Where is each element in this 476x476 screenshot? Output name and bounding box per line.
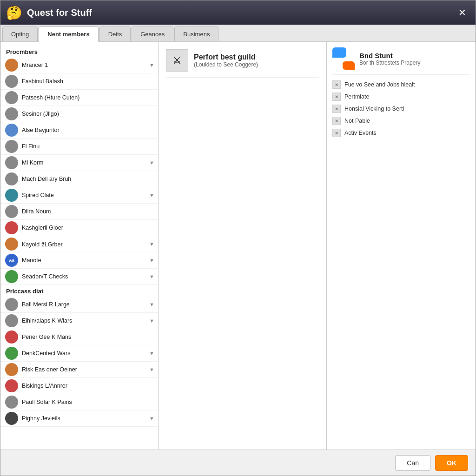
list-item[interactable]: Kashgierli Gloer [0, 220, 158, 236]
cancel-button[interactable]: Can [395, 455, 430, 471]
list-item[interactable]: Patsesh (Hture Cuten) [0, 90, 158, 106]
list-item[interactable]: Diira Noum [0, 204, 158, 220]
avatar [5, 396, 18, 409]
guild-icon: ⚔ [166, 49, 188, 72]
list-item[interactable]: Perier Gee K Mans [0, 329, 158, 345]
chevron-down-icon[interactable]: ▼ [149, 241, 154, 247]
chevron-down-icon[interactable]: ▼ [149, 350, 154, 356]
list-item[interactable]: Mach Dell ary Bruh [0, 171, 158, 187]
member-name: Risk Eas oner Oeiner [22, 366, 145, 373]
chevron-down-icon[interactable]: ▼ [149, 62, 154, 68]
list-item[interactable]: Fl Finu [0, 139, 158, 155]
permission-label: Not Pable [344, 118, 370, 124]
member-name: Fasbinul Balash [22, 78, 154, 85]
permission-item: ✕Not Pable [332, 115, 470, 127]
permissions-list: ✕Fue vo See and Jobs hlealt✕Pertmlate✕Ho… [332, 79, 470, 139]
ok-button[interactable]: OK [435, 455, 468, 471]
list-item[interactable]: Pighny Jevieils▼ [0, 410, 158, 427]
member-name: Spired Clate [22, 192, 145, 198]
permission-label: Fue vo See and Jobs hlealt [344, 81, 415, 88]
tab-deits[interactable]: Deits [99, 26, 131, 41]
avatar [5, 379, 18, 392]
x-icon[interactable]: ✕ [332, 93, 341, 101]
x-icon[interactable]: ✕ [332, 117, 341, 125]
tab-nent-members[interactable]: Nent members [39, 26, 98, 42]
chevron-down-icon[interactable]: ▼ [149, 274, 154, 279]
avatar [5, 140, 18, 153]
member-name: Manote [22, 257, 145, 264]
chevron-down-icon[interactable]: ▼ [149, 367, 154, 372]
tab-geances[interactable]: Geances [132, 26, 173, 41]
content-area: Procmbers Mrancer 1▼Fasbinul BalashPatse… [0, 42, 476, 450]
member-name: Ml Korm [22, 159, 145, 166]
titlebar-title: Quest for Stuff [27, 7, 450, 18]
list-item[interactable]: Biskings L/Annrer [0, 378, 158, 394]
right-panel: Bnd Stunt Bor th Sttrestets Prapery ✕Fue… [327, 42, 476, 450]
guild-subtitle: (Loulded to See Coggere) [194, 61, 258, 68]
permission-item: ✕Fue vo See and Jobs hlealt [332, 79, 470, 91]
x-icon[interactable]: ✕ [332, 80, 341, 89]
list-item[interactable]: Alse Bayjuntor [0, 122, 158, 139]
right-panel-header: Bnd Stunt Bor th Sttrestets Prapery [332, 47, 470, 75]
list-item[interactable]: Mrancer 1▼ [0, 57, 158, 73]
list-item[interactable]: Ml Korm▼ [0, 155, 158, 171]
list-item[interactable]: DenkCentect Wars▼ [0, 345, 158, 362]
permission-item: ✕Honsial Vicking to Serti [332, 103, 470, 115]
tab-opting[interactable]: Opting [2, 26, 38, 41]
avatar [5, 221, 18, 234]
list-item[interactable]: Spired Clate▼ [0, 187, 158, 204]
chevron-down-icon[interactable]: ▼ [149, 318, 154, 324]
middle-panel: ⚔ Perfort best guild (Loulded to See Cog… [159, 42, 327, 450]
list-item[interactable]: Elhin/alaps K Wlars▼ [0, 313, 158, 329]
list-item[interactable]: AaManote▼ [0, 252, 158, 269]
middle-panel-header: ⚔ Perfort best guild (Loulded to See Cog… [166, 49, 319, 78]
avatar [5, 412, 18, 425]
list-item[interactable]: Sesiner (Jllgo) [0, 106, 158, 122]
member-name: Kashgierli Gloer [22, 225, 154, 231]
list-item[interactable]: Risk Eas oner Oeiner▼ [0, 362, 158, 378]
chevron-down-icon[interactable]: ▼ [149, 192, 154, 198]
member-name: Diira Noum [22, 208, 154, 215]
member-name: Ball Mersi R Large [22, 301, 145, 308]
member-name: Sesiner (Jllgo) [22, 111, 154, 117]
member-name: Elhin/alaps K Wlars [22, 317, 145, 324]
avatar [5, 298, 18, 311]
titlebar-icon: 🤔 [6, 5, 22, 20]
member-name: Mrancer 1 [22, 62, 145, 68]
avatar [5, 314, 18, 327]
list-item[interactable]: Seadon/T Checks▼ [0, 269, 158, 285]
chat-icon [332, 47, 355, 70]
permission-label: Activ Events [344, 130, 377, 136]
member-name: Mach Dell ary Bruh [22, 176, 154, 182]
avatar [5, 75, 18, 88]
avatar [5, 124, 18, 137]
list-item[interactable]: Ball Mersi R Large▼ [0, 297, 158, 313]
section2-header: Priccass diat [0, 285, 158, 297]
chevron-down-icon[interactable]: ▼ [149, 160, 154, 165]
permission-item: ✕Pertmlate [332, 91, 470, 103]
x-icon[interactable]: ✕ [332, 105, 341, 113]
close-button[interactable]: ✕ [455, 5, 470, 20]
avatar [5, 59, 18, 72]
chevron-down-icon[interactable]: ▼ [149, 416, 154, 421]
left-panel: Procmbers Mrancer 1▼Fasbinul BalashPatse… [0, 42, 159, 450]
member-name: Patsesh (Hture Cuten) [22, 94, 154, 101]
avatar [5, 189, 18, 202]
list-item[interactable]: Kayold ẑLGrber▼ [0, 236, 158, 252]
chevron-down-icon[interactable]: ▼ [149, 258, 154, 263]
right-title: Bnd Stunt [359, 52, 420, 60]
avatar [5, 205, 18, 218]
avatar [5, 270, 18, 283]
member-name: Kayold ẑLGrber [22, 241, 145, 248]
list-item[interactable]: Paull Sofar K Pains [0, 394, 158, 410]
guild-title: Perfort best guild [194, 53, 258, 61]
tab-busimens[interactable]: Busimens [174, 26, 218, 41]
chevron-down-icon[interactable]: ▼ [149, 302, 154, 307]
permission-label: Honsial Vicking to Serti [344, 106, 404, 112]
list-item[interactable]: Fasbinul Balash [0, 73, 158, 90]
x-icon[interactable]: ✕ [332, 129, 341, 137]
member-name: Fl Finu [22, 143, 154, 150]
member-name: DenkCentect Wars [22, 350, 145, 357]
avatar [5, 172, 18, 185]
section1-members: Mrancer 1▼Fasbinul BalashPatsesh (Hture … [0, 57, 158, 285]
